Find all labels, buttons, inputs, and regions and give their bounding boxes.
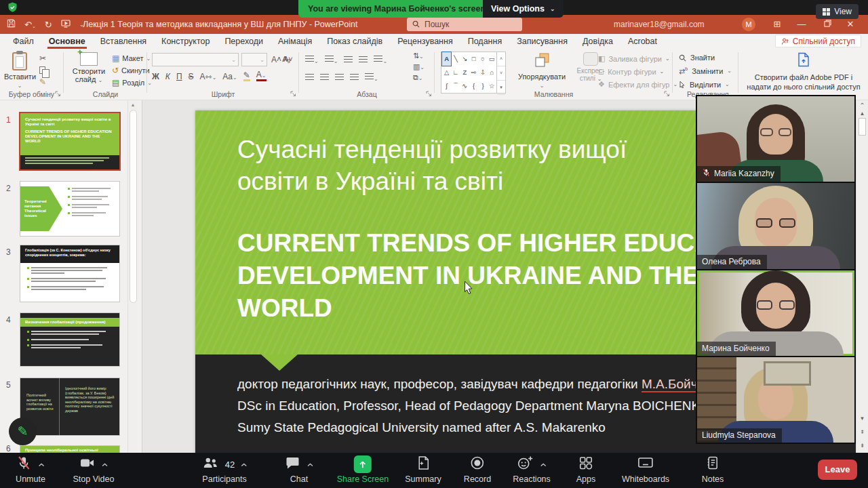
toolbar-whiteboards-button[interactable]: Whiteboards: [622, 455, 669, 484]
start-slideshow-icon[interactable]: [61, 20, 71, 30]
save-icon[interactable]: [7, 19, 16, 30]
toolbar-stop-video-button[interactable]: Stop Video: [73, 455, 115, 484]
toolbar-apps-button[interactable]: Apps: [576, 455, 596, 484]
create-adobe-pdf-button[interactable]: Створити файл Adobe PDF інадати до нього…: [739, 52, 868, 92]
video-tile-1[interactable]: Mariia Kazanzhy: [697, 96, 854, 182]
slide-thumbnail-1[interactable]: Сучасні тенденції розвитку вищої освіти …: [20, 113, 119, 169]
chevron-up-icon[interactable]: [241, 458, 248, 470]
redo-icon[interactable]: ↻: [45, 20, 52, 30]
shape-outline-button[interactable]: ◻Контур фігури⌄: [598, 67, 677, 76]
replace-button[interactable]: ⇄bЗамінити⌄: [679, 66, 732, 76]
ribbon-tab-9[interactable]: Записування: [509, 34, 575, 49]
font-dialog-launcher-icon[interactable]: [290, 91, 296, 97]
justify-icon[interactable]: [350, 74, 359, 81]
decrease-indent-icon[interactable]: [344, 56, 353, 64]
character-spacing-icon[interactable]: A⇿⌄: [200, 72, 217, 81]
ribbon-tab-11[interactable]: Acrobat: [620, 34, 665, 49]
select-button[interactable]: Виділити⌄: [679, 81, 732, 89]
collapse-ribbon-icon[interactable]: ⌃: [856, 102, 868, 109]
leave-button[interactable]: Leave: [818, 460, 857, 480]
view-options-button[interactable]: View Options⌄: [483, 0, 564, 18]
align-right-icon[interactable]: [335, 74, 344, 81]
toolbar-reactions-button[interactable]: Reactions: [513, 455, 551, 484]
slide-thumbnail-2[interactable]: Теоретичні питанняTheoretical issues: [20, 182, 119, 236]
font-size-select[interactable]: ⌄: [241, 53, 267, 66]
toolbar-share-screen-button[interactable]: Share Screen: [337, 455, 389, 484]
toolbar-participants-button[interactable]: 42Participants: [201, 455, 248, 484]
font-color-icon[interactable]: A⌄: [256, 71, 267, 81]
convert-smartart-icon[interactable]: ⧉⌄: [413, 73, 425, 82]
ribbon-tab-7[interactable]: Рецензування: [390, 34, 460, 49]
ribbon-tab-1[interactable]: Основне: [41, 34, 93, 49]
columns-icon[interactable]: ⌄: [365, 71, 378, 83]
drawing-dialog-launcher-icon[interactable]: [664, 91, 670, 97]
arrange-button[interactable]: Упорядкувати⌄: [514, 52, 570, 89]
cut-icon[interactable]: ✂: [39, 54, 46, 63]
view-button[interactable]: View: [816, 4, 859, 19]
align-text-icon[interactable]: ▥⌄: [413, 62, 425, 71]
scroll-down-icon[interactable]: ▼: [856, 415, 868, 422]
ribbon-tab-4[interactable]: Переходи: [217, 34, 271, 49]
video-tile-2[interactable]: Олена Реброва: [697, 183, 854, 268]
shapes-gallery-scrollbar[interactable]: ˄˅▾: [496, 52, 505, 93]
text-direction-icon[interactable]: ⇅⌄: [413, 52, 425, 60]
undo-icon[interactable]: ↶⌄: [24, 20, 36, 30]
textbox-shape-icon[interactable]: A: [442, 52, 451, 66]
increase-indent-icon[interactable]: [359, 56, 368, 64]
chevron-up-icon[interactable]: [39, 458, 45, 470]
font-name-select[interactable]: ⌄: [152, 53, 239, 66]
scrollbar-thumb[interactable]: [130, 110, 137, 303]
find-button[interactable]: Знайти: [679, 54, 732, 62]
chevron-up-icon[interactable]: [307, 458, 314, 470]
align-left-icon[interactable]: [305, 74, 314, 81]
scrollbar-thumb[interactable]: [859, 118, 866, 136]
ribbon-tab-10[interactable]: Довідка: [575, 34, 620, 49]
ribbon-tab-6[interactable]: Показ слайдів: [319, 34, 390, 49]
chevron-up-icon[interactable]: [540, 458, 547, 470]
shapes-gallery[interactable]: A╲↘□○▭ △∟Z⇨⇩⌂ ʃ⌒∿{}☆ ˄˅▾: [441, 52, 506, 94]
ribbon-display-options-icon[interactable]: ⊞: [768, 15, 787, 34]
slide-thumbnail-4[interactable]: Визначення глобалізації (продовження): [20, 313, 119, 366]
paste-button[interactable]: Вставити⌄: [4, 52, 35, 89]
scroll-up-icon[interactable]: ▲: [856, 110, 868, 117]
bold-button[interactable]: Ж: [152, 72, 159, 81]
share-document-button[interactable]: Спільний доступ: [775, 35, 861, 47]
document-scrollbar[interactable]: ⌃ ▲ ▼ ⇞ ⇟: [856, 100, 868, 453]
minimize-button[interactable]: —: [792, 15, 811, 34]
toolbar-notes-button[interactable]: Notes: [702, 455, 724, 484]
shape-effects-button[interactable]: ❖Ефекти для фігур⌄: [598, 80, 677, 89]
align-center-icon[interactable]: [320, 74, 329, 81]
line-spacing-icon[interactable]: ⌄: [374, 54, 387, 66]
toolbar-unmute-button[interactable]: Unmute: [16, 455, 45, 484]
ribbon-tab-8[interactable]: Подання: [460, 34, 509, 49]
toolbar-record-button[interactable]: Record: [464, 455, 491, 484]
clear-formatting-icon[interactable]: Aɡ: [282, 55, 290, 63]
bullets-icon[interactable]: ⌄: [305, 54, 319, 66]
ribbon-tab-3[interactable]: Конструктор: [154, 34, 217, 49]
chevron-up-icon[interactable]: [102, 458, 108, 470]
highlight-color-icon[interactable]: ✎: [243, 72, 250, 81]
shape-fill-button[interactable]: ◧Заливка фігури⌄: [598, 54, 677, 63]
numbering-icon[interactable]: ⌄: [325, 54, 338, 66]
video-tile-4[interactable]: Liudmyla Stepanova: [697, 357, 854, 443]
ribbon-tab-0[interactable]: Файл: [5, 34, 41, 49]
ink-pen-badge[interactable]: ✎: [9, 418, 37, 445]
copy-icon[interactable]: [39, 66, 45, 74]
ribbon-tab-2[interactable]: Вставлення: [93, 34, 154, 49]
previous-slide-icon[interactable]: ⇞: [856, 429, 868, 435]
slide-thumbnail-3[interactable]: Глобалізація (за С. Конєгеном) об'єднує …: [20, 245, 119, 302]
change-case-icon[interactable]: Aa⌄: [222, 72, 237, 81]
account-email[interactable]: marinaver18@gmail.com: [614, 15, 705, 34]
account-avatar[interactable]: M: [742, 18, 755, 31]
search-input[interactable]: Пошук: [407, 18, 522, 31]
video-tile-3[interactable]: Марина Бойченко: [697, 270, 854, 356]
new-slide-button[interactable]: Створити слайд ⌄: [68, 52, 109, 85]
clipboard-dialog-launcher-icon[interactable]: [55, 91, 61, 97]
security-shield-icon[interactable]: [7, 1, 18, 16]
thumbnail-scrollbar[interactable]: ▲: [127, 100, 138, 453]
paragraph-dialog-launcher-icon[interactable]: [426, 91, 432, 97]
ribbon-tab-5[interactable]: Анімація: [271, 34, 319, 49]
toolbar-chat-button[interactable]: Chat: [285, 455, 314, 484]
scroll-up-icon[interactable]: ▲: [128, 100, 138, 109]
format-painter-icon[interactable]: ✎: [39, 77, 46, 87]
